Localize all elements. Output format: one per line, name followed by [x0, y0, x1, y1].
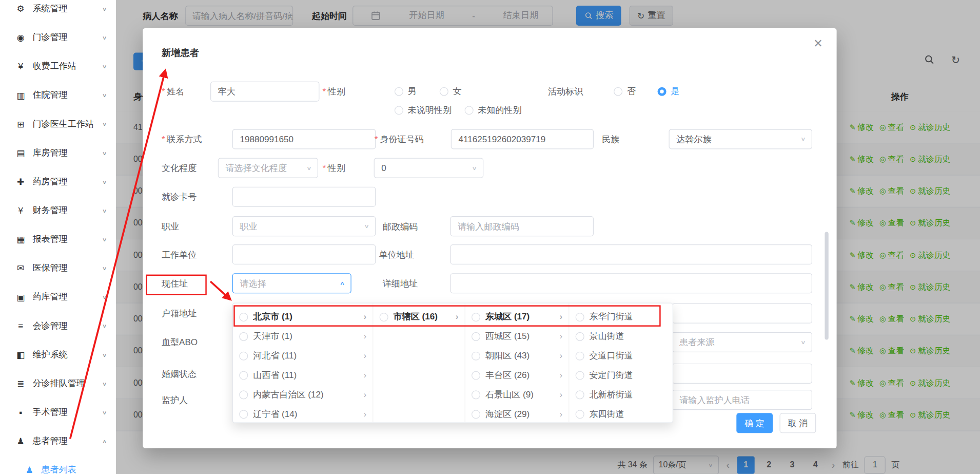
cascader-option[interactable]: 东城区 (17) ›	[465, 307, 569, 327]
work-unit-input[interactable]	[232, 244, 376, 264]
chevron-icon: ∨	[102, 294, 107, 300]
chevron-icon: ∨	[102, 265, 107, 271]
cascader-option[interactable]: 辽宁省 (14) ›	[233, 404, 373, 422]
cascader-option[interactable]: 天津市 (1) ›	[233, 327, 373, 346]
sidebar-item[interactable]: ✉ 医保管理 ∨	[0, 254, 116, 282]
cascader-option[interactable]: 东华门街道 ›	[569, 307, 672, 327]
active-flag-radio-no[interactable]: 否	[614, 82, 636, 102]
sidebar-item-label: 门诊医生工作站	[32, 119, 102, 130]
sidebar-item-label: 报表管理	[32, 234, 102, 245]
radio-icon	[239, 332, 248, 340]
contact-input[interactable]: 19880991650	[232, 129, 376, 149]
sidebar-item[interactable]: ≡ 会诊管理 ∨	[0, 312, 116, 340]
sidebar-item-label: 财务管理	[32, 205, 102, 216]
radio-icon	[395, 87, 403, 96]
cascader-option[interactable]: 内蒙古自治区 (12) ›	[233, 385, 373, 404]
active-flag-radio-yes[interactable]: 是	[658, 82, 680, 102]
sidebar-item[interactable]: ⚙ 系统管理 ∨	[0, 0, 116, 23]
name-label: *姓名	[162, 82, 184, 102]
registered-address-input[interactable]	[672, 304, 812, 324]
gender-radio-female[interactable]: 女	[440, 82, 462, 102]
sidebar-item[interactable]: ▣ 药库管理 ∨	[0, 282, 116, 311]
visit-card-input[interactable]	[232, 187, 376, 207]
sidebar-item[interactable]: ⊞ 门诊医生工作站 ∨	[0, 110, 116, 139]
sidebar-item-label: 库房管理	[32, 147, 102, 159]
cascader-option[interactable]: 石景山区 (9) ›	[465, 385, 569, 404]
gender-code-select[interactable]: 0∨	[374, 158, 484, 178]
cascader-option[interactable]: 交道口街道 ›	[569, 346, 672, 366]
sidebar-item[interactable]: ▪ 手术管理 ∨	[0, 398, 116, 427]
detail-address-input[interactable]	[450, 273, 812, 293]
cascader-option[interactable]: 丰台区 (26) ›	[465, 366, 569, 385]
radio-icon	[472, 312, 480, 321]
marital-status-input[interactable]	[672, 364, 812, 384]
cascader-option[interactable]: 景山街道 ›	[569, 327, 672, 346]
sidebar-item-label: 分诊排队管理	[32, 378, 102, 389]
sidebar-item[interactable]: ◧ 维护系统 ∨	[0, 340, 116, 369]
maintenance-icon: ◧	[15, 350, 26, 360]
required-star: *	[162, 134, 165, 144]
cancel-button[interactable]: 取 消	[780, 413, 816, 433]
education-select[interactable]: 请选择文化程度∨	[218, 158, 318, 178]
postal-code-input[interactable]: 请输入邮政编码	[450, 216, 594, 236]
blood-type-label: 血型ABO	[162, 332, 198, 352]
chevron-icon: ∨	[102, 34, 107, 41]
chevron-icon: ∨	[102, 381, 107, 387]
confirm-button[interactable]: 确 定	[736, 413, 773, 433]
sidebar-item[interactable]: ≣ 分诊排队管理 ∨	[0, 369, 116, 398]
cascader-option[interactable]: 北新桥街道 ›	[569, 385, 672, 404]
sidebar-item-label: 药房管理	[32, 176, 102, 187]
sidebar-item[interactable]: ▤ 库房管理 ∨	[0, 139, 116, 167]
cascader-option[interactable]: 西城区 (15) ›	[465, 327, 569, 346]
gender-radio-unstated[interactable]: 未说明性别	[395, 100, 452, 120]
occupation-select[interactable]: 职业∨	[232, 216, 376, 236]
patient-icon: ♟	[15, 436, 26, 446]
cascader-option[interactable]: 海淀区 (29) ›	[465, 404, 569, 422]
warehouse-icon: ▤	[15, 148, 26, 158]
sidebar-item[interactable]: ¥ 财务管理 ∨	[0, 196, 116, 225]
sidebar-item-patient-list[interactable]: ♟ 患者列表	[0, 456, 116, 474]
chevron-icon: ∨	[102, 92, 107, 99]
sidebar-item[interactable]: ♟ 患者管理 ∧	[0, 427, 116, 456]
gender-radio-male[interactable]: 男	[395, 82, 417, 102]
cascader-option[interactable]: 东四街道 ›	[569, 404, 672, 422]
sidebar-item[interactable]: ◉ 门诊管理 ∨	[0, 23, 116, 52]
id-number-input[interactable]: 411625192602039719	[451, 129, 594, 149]
ethnicity-label: 民族	[602, 129, 619, 149]
cascader-option[interactable]: 安定门街道 ›	[569, 366, 672, 385]
chevron-right-icon: ›	[560, 390, 562, 399]
chevron-down-icon: ∨	[800, 336, 806, 349]
registered-address-label: 户籍地址	[162, 304, 197, 324]
unit-address-input[interactable]	[450, 244, 812, 264]
sidebar-item[interactable]: ▦ 报表管理 ∨	[0, 225, 116, 254]
guardian-phone-input[interactable]: 请输入监护人电话	[672, 390, 812, 410]
gender-radio-unknown[interactable]: 未知的性别	[465, 100, 522, 120]
gender-label: *性别	[323, 82, 345, 102]
radio-icon	[576, 371, 584, 380]
current-address-select[interactable]: 请选择∧	[232, 273, 351, 293]
required-star: *	[323, 163, 326, 173]
sidebar-item-label: 维护系统	[32, 349, 102, 361]
address-cascader-panel: 北京市 (1) › 天津市 (1) › 河北省 (11) ›	[232, 303, 673, 423]
cascader-district-column: 东城区 (17) › 西城区 (15) › 朝阳区 (43) ›	[465, 304, 570, 423]
name-input[interactable]: 牢大	[210, 82, 319, 102]
cascader-option[interactable]: 朝阳区 (43) ›	[465, 346, 569, 366]
chevron-icon: ∨	[102, 352, 107, 358]
radio-icon	[614, 87, 622, 96]
cascader-option[interactable]: 河北省 (11) ›	[233, 346, 373, 366]
sidebar-item[interactable]: ▥ 住院管理 ∨	[0, 81, 116, 109]
sidebar-subitem-label: 患者列表	[42, 464, 76, 474]
sidebar-menu: ⚙ 系统管理 ∨ ◉ 门诊管理 ∨ ¥ 收费工作站 ∨ ▥	[0, 0, 116, 456]
sidebar-item[interactable]: ¥ 收费工作站 ∨	[0, 52, 116, 81]
close-icon[interactable]: ✕	[813, 36, 822, 50]
modal-scrollbar-thumb[interactable]	[825, 232, 828, 340]
ethnicity-select[interactable]: 达斡尔族∨	[669, 129, 812, 149]
sidebar-item[interactable]: ✚ 药房管理 ∨	[0, 167, 116, 196]
radio-icon	[576, 312, 584, 321]
cascader-option[interactable]: 北京市 (1) ›	[233, 307, 373, 327]
cascader-option[interactable]: 市辖区 (16) ›	[373, 307, 464, 327]
patient-source-select[interactable]: 患者来源∨	[672, 332, 812, 352]
required-star: *	[162, 86, 165, 97]
cascader-option[interactable]: 山西省 (11) ›	[233, 366, 373, 385]
chevron-down-icon: ∨	[800, 132, 806, 146]
